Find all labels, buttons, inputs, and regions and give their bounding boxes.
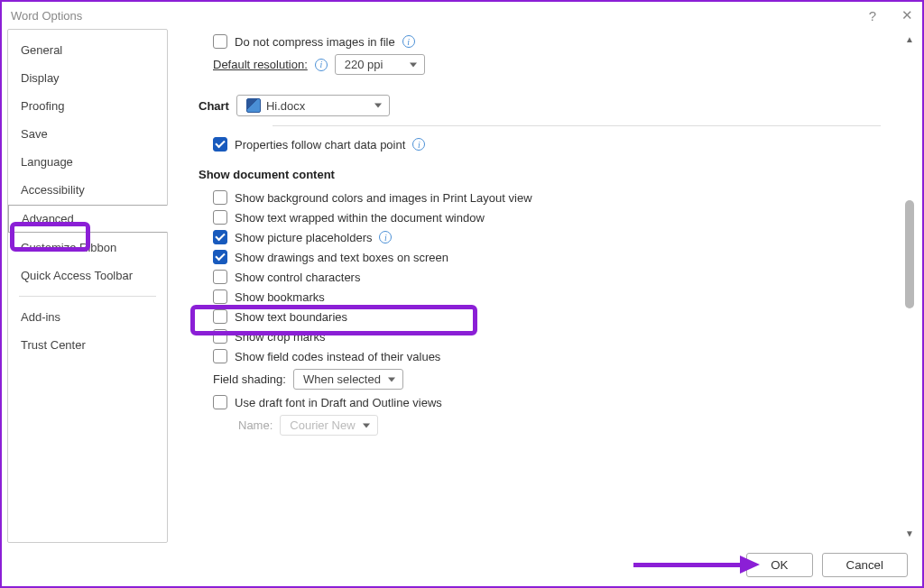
checkbox-compress[interactable] [213,34,227,49]
label-control-chars: Show control characters [235,271,360,284]
checkbox-crop[interactable] [213,329,227,344]
label-font-name: Name: [238,418,273,432]
scrollbar[interactable]: ▲ ▼ [902,29,917,543]
window-title: Word Options [11,9,82,23]
dropdown-field-shading[interactable]: When selected [293,369,403,390]
label-bg-colors: Show background colors and images in Pri… [235,191,532,205]
category-sidebar: General Display Proofing Save Language A… [7,29,168,543]
checkbox-bg-colors[interactable] [213,190,227,205]
info-icon[interactable]: i [402,35,415,48]
sidebar-item-save[interactable]: Save [8,121,167,147]
checkbox-text-bound[interactable] [213,309,227,324]
sidebar-item-general[interactable]: General [8,37,167,63]
sidebar-item-accessibility[interactable]: Accessibility [8,177,167,203]
annotation-arrow [633,556,760,574]
word-options-dialog: Word Options ? ✕ General Display Proofin… [0,0,924,588]
ok-button[interactable]: OK [746,553,812,577]
options-panel: Do not compress images in file i Default… [171,29,902,543]
label-wrapped: Show text wrapped within the document wi… [235,211,485,225]
label-compress: Do not compress images in file [235,35,395,49]
info-icon[interactable]: i [379,231,392,243]
checkbox-properties-follow[interactable] [213,137,227,152]
checkbox-draft-font[interactable] [213,395,227,409]
sidebar-item-trust-center[interactable]: Trust Center [8,332,167,358]
label-pic-placeholders: Show picture placeholders [235,231,372,244]
info-icon[interactable]: i [315,59,328,71]
label-text-bound: Show text boundaries [235,310,347,324]
sidebar-item-quick-access[interactable]: Quick Access Toolbar [8,262,167,289]
section-chart: Chart [199,99,229,113]
titlebar: Word Options ? ✕ [2,2,922,29]
checkbox-pic-placeholders[interactable] [213,230,227,244]
checkbox-control-chars[interactable] [213,270,227,284]
dropdown-font-name: Courier New [280,415,377,436]
sidebar-item-advanced[interactable]: Advanced [8,205,168,233]
dropdown-resolution[interactable]: 220 ppi [335,54,425,75]
scrollbar-thumb[interactable] [905,200,914,308]
checkbox-drawings[interactable] [213,250,227,264]
sidebar-item-display[interactable]: Display [8,65,167,91]
dropdown-chart-doc[interactable]: Hi.docx [236,95,390,116]
help-icon[interactable]: ? [869,8,876,23]
label-field-codes: Show field codes instead of their values [235,350,440,363]
checkbox-wrapped[interactable] [213,210,227,225]
label-drawings: Show drawings and text boxes on screen [235,251,448,264]
sidebar-item-language[interactable]: Language [8,149,167,175]
scroll-down-icon[interactable]: ▼ [904,527,915,539]
dialog-footer: OK Cancel [2,543,922,586]
close-icon[interactable]: ✕ [901,7,913,23]
checkbox-bookmarks[interactable] [213,289,227,304]
label-bookmarks: Show bookmarks [235,290,325,304]
section-show-doc: Show document content [199,168,881,181]
sidebar-item-customize-ribbon[interactable]: Customize Ribbon [8,234,167,261]
cancel-button[interactable]: Cancel [822,553,909,577]
label-default-resolution: Default resolution: [213,58,308,71]
scroll-up-icon[interactable]: ▲ [904,32,915,45]
label-field-shading: Field shading: [213,372,286,386]
info-icon[interactable]: i [412,138,425,151]
label-properties-follow: Properties follow chart data point [235,138,405,152]
word-doc-icon [246,98,261,113]
label-draft-font: Use draft font in Draft and Outline view… [235,396,442,409]
sidebar-item-proofing[interactable]: Proofing [8,93,167,119]
checkbox-field-codes[interactable] [213,349,227,363]
label-crop: Show crop marks [235,330,325,344]
sidebar-item-addins[interactable]: Add-ins [8,304,167,330]
